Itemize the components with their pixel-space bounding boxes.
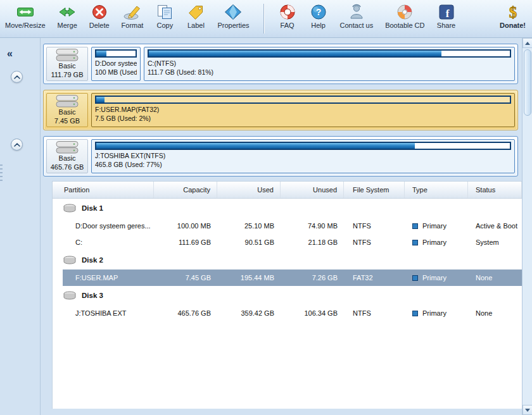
label-button[interactable]: Label — [185, 2, 206, 30]
svg-text:$: $ — [509, 4, 517, 21]
share-label: Share — [437, 22, 455, 29]
move-resize-label: Move/Resize — [5, 22, 46, 29]
partition-name: F:USER.MAP(FAT32) — [95, 106, 511, 115]
hard-disk-icon — [54, 94, 80, 108]
partitions-strip: F:USER.MAP(FAT32) 7.5 GB (Used: 2%) — [91, 93, 515, 127]
scroll-up-button-bottom[interactable] — [11, 139, 23, 151]
cell-type: Primary — [405, 234, 468, 251]
cell-capacity: 465.76 GB — [154, 305, 217, 321]
copy-icon — [155, 3, 174, 21]
contact-us-button[interactable]: Contact us — [339, 2, 375, 30]
bootable-cd-button[interactable]: Bootable CD — [384, 2, 426, 30]
cell-status: None — [468, 305, 522, 321]
disk-group-row-2[interactable]: Disk 2 — [53, 251, 522, 269]
type-text: Primary — [422, 274, 446, 282]
help-button[interactable]: ? Help — [308, 2, 329, 30]
hard-disk-icon — [54, 48, 80, 62]
column-header-status[interactable]: Status — [468, 182, 522, 198]
cell-used: 90.51 GB — [217, 234, 281, 251]
label-label: Label — [187, 22, 205, 29]
donate-button[interactable]: $ Donate! — [498, 2, 527, 30]
bootable-cd-icon — [395, 3, 414, 21]
cell-partition: J:TOSHIBA EXT — [53, 305, 154, 321]
disk-type-text: Basic — [59, 108, 76, 117]
merge-button[interactable]: Merge — [56, 2, 79, 30]
partition-row-f-selected[interactable]: F:USER.MAP 7.45 GB 195.44 MB 7.26 GB FAT… — [53, 269, 522, 286]
disk-panel-1: Basic 111.79 GB D:Door systee 100 MB (Us… — [43, 44, 518, 84]
disk-size-text: 7.45 GB — [54, 117, 80, 126]
disk-icon — [63, 256, 77, 264]
toolbar-separator — [263, 4, 264, 34]
partition-block-c[interactable]: C:(NTFS) 111.7 GB (Used: 81%) — [144, 47, 515, 81]
move-resize-button[interactable]: Move/Resize — [4, 2, 47, 30]
partition-row-j[interactable]: J:TOSHIBA EXT 465.76 GB 359.42 GB 106.34… — [53, 305, 522, 321]
copy-button[interactable]: Copy — [154, 2, 175, 30]
svg-text:?: ? — [315, 7, 321, 17]
cell-status: None — [468, 269, 522, 286]
disk-3-label-cell[interactable]: Basic 465.76 GB — [46, 139, 88, 173]
disk-group-row-3[interactable]: Disk 3 — [53, 286, 522, 305]
copy-label: Copy — [157, 22, 174, 29]
cell-capacity: 100.00 MB — [154, 218, 217, 234]
cell-file-system: NTFS — [344, 305, 405, 321]
splitter-grip[interactable] — [0, 164, 3, 182]
usage-fill — [96, 51, 106, 56]
svg-text:f: f — [445, 8, 449, 20]
type-text: Primary — [422, 238, 446, 246]
faq-icon — [278, 3, 297, 21]
type-text: Primary — [422, 222, 446, 230]
cell-file-system: NTFS — [344, 218, 405, 234]
scrollbar-up-button[interactable] — [522, 38, 532, 48]
format-label: Format — [122, 22, 144, 29]
disk-2-label-cell[interactable]: Basic 7.45 GB — [46, 93, 88, 127]
column-header-capacity[interactable]: Capacity — [154, 182, 217, 198]
delete-button[interactable]: Delete — [88, 2, 111, 30]
vertical-scrollbar[interactable] — [522, 38, 532, 415]
partition-block-d[interactable]: D:Door systee 100 MB (Used: — [91, 47, 141, 81]
column-header-unused[interactable]: Unused — [281, 182, 344, 198]
properties-label: Properties — [217, 22, 249, 29]
column-header-type[interactable]: Type — [405, 182, 468, 198]
cell-used: 195.44 MB — [217, 269, 281, 286]
partition-info: 111.7 GB (Used: 81%) — [148, 68, 511, 77]
faq-button[interactable]: FAQ — [277, 2, 298, 30]
cell-unused: 74.90 MB — [281, 218, 344, 234]
column-header-used[interactable]: Used — [217, 182, 281, 198]
partition-table: Partition Capacity Used Unused File Syst… — [52, 181, 522, 409]
bootable-cd-label: Bootable CD — [385, 22, 424, 29]
partition-row-d[interactable]: D:Door systeem geres... 100.00 MB 25.10 … — [53, 218, 522, 234]
contact-us-icon — [347, 3, 366, 21]
collapse-sidebar-button[interactable]: « — [7, 48, 11, 59]
cell-status: Active & Boot — [468, 218, 522, 234]
partition-block-j[interactable]: J:TOSHIBA EXT(NTFS) 465.8 GB (Used: 77%) — [91, 139, 515, 173]
column-header-partition[interactable]: Partition — [53, 182, 154, 198]
scrollbar-thumb[interactable] — [524, 49, 531, 116]
faq-label: FAQ — [281, 22, 294, 29]
disk-group-label: Disk 3 — [82, 292, 103, 299]
delete-label: Delete — [89, 22, 110, 29]
disk-size-text: 465.76 GB — [51, 163, 84, 172]
disk-type-text: Basic — [59, 154, 76, 163]
type-text: Primary — [422, 309, 446, 317]
scroll-up-button-top[interactable] — [11, 71, 23, 83]
partition-row-c[interactable]: C: 111.69 GB 90.51 GB 21.18 GB NTFS Prim… — [53, 234, 522, 251]
disk-group-row-1[interactable]: Disk 1 — [53, 199, 522, 218]
disk-panel-2: Basic 7.45 GB F:USER.MAP(FAT32) 7.5 GB (… — [43, 90, 518, 130]
merge-label: Merge — [58, 22, 77, 29]
usage-fill — [149, 51, 441, 56]
cell-file-system: NTFS — [344, 234, 405, 251]
label-icon — [186, 3, 205, 21]
scrollbar-down-button[interactable] — [522, 405, 532, 415]
share-button[interactable]: f Share — [436, 2, 457, 30]
partition-block-f-selected[interactable]: F:USER.MAP(FAT32) 7.5 GB (Used: 2%) — [91, 93, 515, 127]
cell-used: 25.10 MB — [217, 218, 281, 234]
disk-group-label: Disk 2 — [82, 256, 103, 264]
disk-1-label-cell[interactable]: Basic 111.79 GB — [46, 47, 88, 81]
properties-button[interactable]: Properties — [216, 2, 250, 30]
format-icon — [123, 3, 142, 21]
main-panel: Basic 111.79 GB D:Door systee 100 MB (Us… — [41, 38, 522, 415]
format-button[interactable]: Format — [120, 2, 145, 30]
cell-file-system: FAT32 — [344, 269, 405, 286]
cell-unused: 106.34 GB — [281, 305, 344, 321]
column-header-file-system[interactable]: File System — [344, 182, 405, 198]
